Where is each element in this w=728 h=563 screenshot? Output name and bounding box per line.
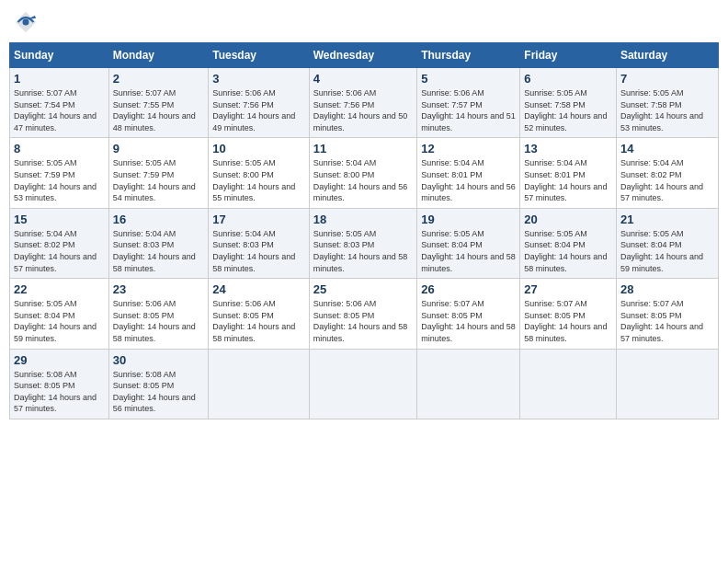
calendar-cell: 7 Sunrise: 5:05 AM Sunset: 7:58 PM Dayli…	[616, 68, 718, 138]
day-info: Sunrise: 5:07 AM Sunset: 8:05 PM Dayligh…	[421, 298, 516, 344]
logo-icon	[13, 9, 39, 35]
calendar-week-row: 15 Sunrise: 5:04 AM Sunset: 8:02 PM Dayl…	[10, 208, 719, 278]
calendar-cell: 5 Sunrise: 5:06 AM Sunset: 7:57 PM Dayli…	[417, 68, 520, 138]
calendar-cell: 8 Sunrise: 5:05 AM Sunset: 7:59 PM Dayli…	[10, 138, 109, 208]
day-info: Sunrise: 5:05 AM Sunset: 8:04 PM Dayligh…	[620, 228, 714, 274]
day-info: Sunrise: 5:06 AM Sunset: 7:56 PM Dayligh…	[212, 87, 305, 133]
day-number: 2	[113, 72, 205, 86]
calendar-cell: 9 Sunrise: 5:05 AM Sunset: 7:59 PM Dayli…	[108, 138, 209, 208]
calendar-cell: 3 Sunrise: 5:06 AM Sunset: 7:56 PM Dayli…	[209, 68, 310, 138]
day-info: Sunrise: 5:08 AM Sunset: 8:05 PM Dayligh…	[14, 369, 105, 415]
day-info: Sunrise: 5:06 AM Sunset: 7:57 PM Dayligh…	[421, 87, 516, 133]
day-number: 20	[524, 213, 612, 226]
calendar-cell: 16 Sunrise: 5:04 AM Sunset: 8:03 PM Dayl…	[108, 208, 209, 278]
day-number: 30	[113, 353, 205, 367]
calendar-cell	[209, 349, 310, 419]
calendar-cell: 2 Sunrise: 5:07 AM Sunset: 7:55 PM Dayli…	[108, 68, 209, 138]
calendar-cell: 25 Sunrise: 5:06 AM Sunset: 8:05 PM Dayl…	[309, 279, 416, 349]
day-number: 5	[421, 72, 516, 86]
day-number: 23	[113, 282, 205, 296]
day-number: 21	[620, 213, 714, 226]
day-info: Sunrise: 5:04 AM Sunset: 8:02 PM Dayligh…	[14, 228, 105, 274]
calendar-cell: 6 Sunrise: 5:05 AM Sunset: 7:58 PM Dayli…	[520, 68, 617, 138]
calendar-cell: 27 Sunrise: 5:07 AM Sunset: 8:05 PM Dayl…	[520, 279, 617, 349]
calendar-cell: 10 Sunrise: 5:05 AM Sunset: 8:00 PM Dayl…	[209, 138, 310, 208]
calendar-week-row: 1 Sunrise: 5:07 AM Sunset: 7:54 PM Dayli…	[10, 68, 719, 138]
day-number: 17	[212, 213, 305, 226]
calendar-week-row: 22 Sunrise: 5:05 AM Sunset: 8:04 PM Dayl…	[10, 279, 719, 349]
weekday-header: Wednesday	[309, 43, 416, 68]
calendar-cell: 4 Sunrise: 5:06 AM Sunset: 7:56 PM Dayli…	[309, 68, 416, 138]
calendar-cell: 30 Sunrise: 5:08 AM Sunset: 8:05 PM Dayl…	[108, 349, 209, 419]
day-info: Sunrise: 5:04 AM Sunset: 8:03 PM Dayligh…	[212, 228, 305, 274]
logo	[13, 9, 42, 35]
day-info: Sunrise: 5:04 AM Sunset: 8:01 PM Dayligh…	[524, 157, 612, 203]
day-info: Sunrise: 5:06 AM Sunset: 8:05 PM Dayligh…	[212, 298, 305, 344]
day-info: Sunrise: 5:06 AM Sunset: 7:56 PM Dayligh…	[313, 87, 413, 133]
calendar-cell: 17 Sunrise: 5:04 AM Sunset: 8:03 PM Dayl…	[209, 208, 310, 278]
day-info: Sunrise: 5:04 AM Sunset: 8:02 PM Dayligh…	[620, 157, 714, 203]
day-number: 6	[524, 72, 612, 86]
day-info: Sunrise: 5:05 AM Sunset: 8:04 PM Dayligh…	[14, 298, 105, 344]
day-number: 12	[421, 142, 516, 155]
day-number: 28	[620, 282, 714, 296]
day-info: Sunrise: 5:05 AM Sunset: 7:58 PM Dayligh…	[620, 87, 714, 133]
day-number: 10	[212, 142, 305, 155]
day-number: 13	[524, 142, 612, 155]
calendar-cell: 28 Sunrise: 5:07 AM Sunset: 8:05 PM Dayl…	[616, 279, 718, 349]
day-info: Sunrise: 5:07 AM Sunset: 7:55 PM Dayligh…	[113, 87, 205, 133]
calendar-table: SundayMondayTuesdayWednesdayThursdayFrid…	[9, 42, 719, 419]
calendar-cell	[520, 349, 617, 419]
day-number: 1	[14, 72, 105, 86]
day-number: 25	[313, 282, 413, 296]
calendar-week-row: 29 Sunrise: 5:08 AM Sunset: 8:05 PM Dayl…	[10, 349, 719, 419]
calendar-cell: 26 Sunrise: 5:07 AM Sunset: 8:05 PM Dayl…	[417, 279, 520, 349]
calendar-cell	[309, 349, 416, 419]
day-number: 4	[313, 72, 413, 86]
day-number: 16	[113, 213, 205, 226]
day-info: Sunrise: 5:07 AM Sunset: 7:54 PM Dayligh…	[14, 87, 105, 133]
day-number: 9	[113, 142, 205, 155]
day-info: Sunrise: 5:05 AM Sunset: 8:00 PM Dayligh…	[212, 157, 305, 203]
weekday-header: Tuesday	[209, 43, 310, 68]
calendar-cell	[616, 349, 718, 419]
day-number: 22	[14, 282, 105, 296]
calendar-cell: 22 Sunrise: 5:05 AM Sunset: 8:04 PM Dayl…	[10, 279, 109, 349]
calendar-cell: 12 Sunrise: 5:04 AM Sunset: 8:01 PM Dayl…	[417, 138, 520, 208]
calendar-cell: 18 Sunrise: 5:05 AM Sunset: 8:03 PM Dayl…	[309, 208, 416, 278]
calendar-cell: 29 Sunrise: 5:08 AM Sunset: 8:05 PM Dayl…	[10, 349, 109, 419]
day-number: 14	[620, 142, 714, 155]
day-info: Sunrise: 5:08 AM Sunset: 8:05 PM Dayligh…	[113, 369, 205, 415]
day-info: Sunrise: 5:04 AM Sunset: 8:01 PM Dayligh…	[421, 157, 516, 203]
calendar-cell: 23 Sunrise: 5:06 AM Sunset: 8:05 PM Dayl…	[108, 279, 209, 349]
day-info: Sunrise: 5:05 AM Sunset: 7:59 PM Dayligh…	[14, 157, 105, 203]
day-number: 26	[421, 282, 516, 296]
weekday-header: Thursday	[417, 43, 520, 68]
calendar-cell	[417, 349, 520, 419]
day-number: 15	[14, 213, 105, 226]
day-info: Sunrise: 5:06 AM Sunset: 8:05 PM Dayligh…	[313, 298, 413, 344]
day-number: 24	[212, 282, 305, 296]
weekday-header: Saturday	[616, 43, 718, 68]
day-info: Sunrise: 5:06 AM Sunset: 8:05 PM Dayligh…	[113, 298, 205, 344]
calendar-week-row: 8 Sunrise: 5:05 AM Sunset: 7:59 PM Dayli…	[10, 138, 719, 208]
weekday-header: Sunday	[10, 43, 109, 68]
svg-point-2	[23, 19, 29, 26]
day-info: Sunrise: 5:04 AM Sunset: 8:00 PM Dayligh…	[313, 157, 413, 203]
weekday-header-row: SundayMondayTuesdayWednesdayThursdayFrid…	[10, 43, 719, 68]
weekday-header: Friday	[520, 43, 617, 68]
day-info: Sunrise: 5:07 AM Sunset: 8:05 PM Dayligh…	[524, 298, 612, 344]
day-info: Sunrise: 5:07 AM Sunset: 8:05 PM Dayligh…	[620, 298, 714, 344]
day-number: 8	[14, 142, 105, 155]
day-number: 27	[524, 282, 612, 296]
calendar-cell: 11 Sunrise: 5:04 AM Sunset: 8:00 PM Dayl…	[309, 138, 416, 208]
calendar-cell: 21 Sunrise: 5:05 AM Sunset: 8:04 PM Dayl…	[616, 208, 718, 278]
day-number: 11	[313, 142, 413, 155]
calendar-cell: 15 Sunrise: 5:04 AM Sunset: 8:02 PM Dayl…	[10, 208, 109, 278]
calendar-cell: 19 Sunrise: 5:05 AM Sunset: 8:04 PM Dayl…	[417, 208, 520, 278]
page-header	[9, 9, 719, 35]
day-number: 7	[620, 72, 714, 86]
weekday-header: Monday	[108, 43, 209, 68]
day-number: 18	[313, 213, 413, 226]
day-number: 19	[421, 213, 516, 226]
